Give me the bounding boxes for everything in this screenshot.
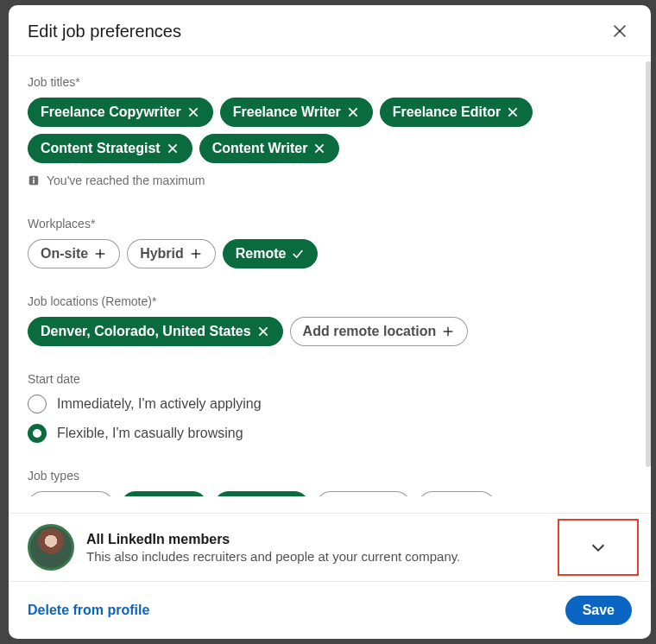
pill-label: Content Strategist: [41, 141, 161, 156]
job-title-pill[interactable]: Freelance Copywriter: [28, 98, 213, 127]
pill-label: Content Writer: [212, 141, 308, 156]
radio-selected-icon: [28, 424, 47, 443]
radio-label: Flexible, I'm casually browsing: [57, 426, 243, 441]
radio-icon: [28, 395, 47, 414]
job-locations-section: Job locations (Remote)* Denver, Colorado…: [28, 294, 632, 346]
pill-label: Freelance Writer: [233, 104, 341, 120]
modal-body: Job titles* Freelance Copywriter Freelan…: [9, 56, 651, 513]
plus-icon: [441, 325, 455, 338]
pill-label: Freelance Editor: [393, 104, 501, 120]
visibility-subtitle: This also includes recruiters and people…: [86, 549, 632, 564]
workplaces-pills: On-site Hybrid Remote: [28, 239, 632, 268]
pill-label: Hybrid: [140, 246, 184, 262]
job-types-pills-partial: [28, 491, 632, 496]
modal-header: Edit job preferences: [9, 5, 651, 56]
visibility-title: All LinkedIn members: [86, 532, 632, 547]
max-reached-info: You've reached the maximum: [28, 174, 632, 187]
workplace-option-hybrid[interactable]: Hybrid: [127, 239, 216, 268]
expand-visibility-highlight[interactable]: [558, 519, 639, 576]
job-types-label: Job types: [28, 469, 632, 483]
pill-label: Add remote location: [303, 324, 437, 339]
job-locations-label: Job locations (Remote)*: [28, 294, 632, 308]
modal-title: Edit job preferences: [28, 22, 181, 41]
scrollbar[interactable]: [646, 61, 651, 467]
visibility-text: All LinkedIn members This also includes …: [86, 532, 632, 564]
add-location-button[interactable]: Add remote location: [290, 317, 469, 346]
job-title-pill[interactable]: Freelance Writer: [220, 98, 373, 127]
pill-label: Denver, Colorado, United States: [41, 324, 251, 339]
save-button[interactable]: Save: [565, 596, 632, 625]
avatar: [28, 524, 74, 571]
visibility-bar[interactable]: All LinkedIn members This also includes …: [9, 513, 651, 581]
job-titles-label: Job titles*: [28, 75, 632, 89]
job-titles-pills: Freelance Copywriter Freelance Writer Fr…: [28, 98, 632, 163]
info-icon: [28, 174, 40, 186]
remove-icon: [506, 105, 520, 119]
start-date-option-immediately[interactable]: Immediately, I'm actively applying: [28, 395, 632, 414]
start-date-label: Start date: [28, 372, 632, 386]
edit-job-preferences-modal: Edit job preferences Job titles* Freelan…: [9, 5, 651, 639]
job-title-pill[interactable]: Content Writer: [199, 134, 340, 163]
close-icon: [610, 22, 629, 41]
check-icon: [291, 247, 305, 261]
pill-label: On-site: [41, 246, 88, 262]
job-title-pill[interactable]: Freelance Editor: [380, 98, 533, 127]
start-date-option-flexible[interactable]: Flexible, I'm casually browsing: [28, 424, 632, 443]
workplaces-section: Workplaces* On-site Hybrid Remote: [28, 217, 632, 268]
workplaces-label: Workplaces*: [28, 217, 632, 230]
location-pill[interactable]: Denver, Colorado, United States: [28, 317, 283, 346]
remove-icon: [312, 142, 326, 155]
start-date-section: Start date Immediately, I'm actively app…: [28, 372, 632, 443]
max-reached-text: You've reached the maximum: [47, 174, 205, 187]
workplace-option-onsite[interactable]: On-site: [28, 239, 120, 268]
radio-label: Immediately, I'm actively applying: [57, 396, 262, 412]
svg-rect-14: [33, 180, 35, 183]
delete-from-profile-link[interactable]: Delete from profile: [28, 603, 149, 618]
remove-icon: [256, 325, 270, 338]
chevron-down-icon: [589, 538, 608, 557]
job-locations-pills: Denver, Colorado, United States Add remo…: [28, 317, 632, 346]
remove-icon: [346, 105, 360, 119]
plus-icon: [189, 247, 203, 261]
job-titles-section: Job titles* Freelance Copywriter Freelan…: [28, 75, 632, 187]
job-title-pill[interactable]: Content Strategist: [28, 134, 192, 163]
workplace-option-remote[interactable]: Remote: [223, 239, 319, 268]
job-types-section: Job types: [28, 469, 632, 496]
remove-icon: [166, 142, 180, 155]
modal-footer: Delete from profile Save: [9, 581, 651, 639]
remove-icon: [186, 105, 200, 119]
close-button[interactable]: [608, 19, 632, 43]
pill-label: Remote: [236, 246, 287, 262]
pill-label: Freelance Copywriter: [41, 104, 181, 120]
svg-rect-13: [33, 178, 35, 180]
plus-icon: [93, 247, 107, 261]
